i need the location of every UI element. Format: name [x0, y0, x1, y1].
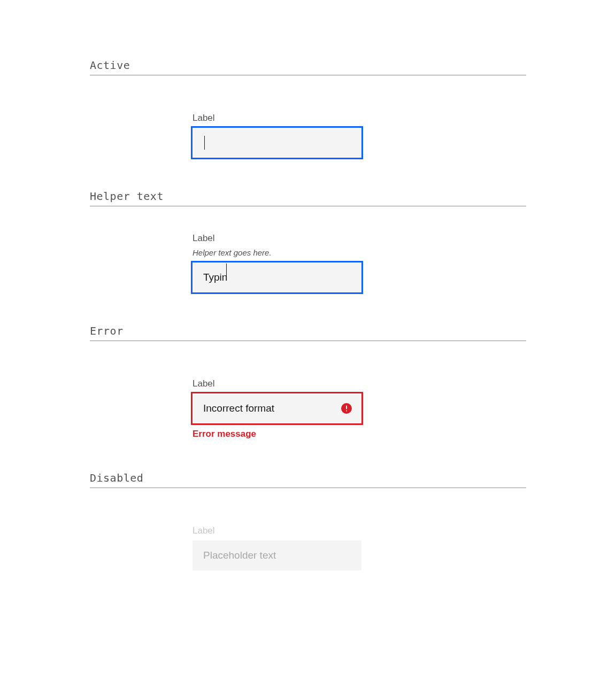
text-input-disabled [192, 540, 361, 570]
text-caret-icon [204, 136, 205, 150]
text-input-error-field[interactable] [192, 393, 361, 423]
text-input-error[interactable] [192, 393, 361, 423]
field-error: Label Error message [192, 378, 361, 439]
text-input-active-field[interactable] [192, 128, 361, 158]
field-disabled: Label [192, 525, 361, 570]
field-helper: Label Helper text goes here. Typin [192, 233, 361, 292]
section-title-error: Error [90, 324, 526, 341]
section-active: Active Label [90, 59, 526, 158]
text-input-helper[interactable]: Typin [192, 262, 361, 292]
section-title-helper: Helper text [90, 190, 526, 206]
field-label: Label [192, 233, 361, 244]
text-input-value: Typin [192, 262, 227, 292]
section-title-disabled: Disabled [90, 471, 526, 488]
section-helper: Helper text Label Helper text goes here.… [90, 190, 526, 292]
section-error: Error Label Error message [90, 324, 526, 439]
field-label: Label [192, 525, 361, 536]
field-error-message: Error message [192, 429, 361, 439]
field-label: Label [192, 113, 361, 123]
field-label: Label [192, 378, 361, 389]
error-filled-icon [341, 403, 352, 414]
text-input-active[interactable] [192, 128, 361, 158]
section-title-active: Active [90, 59, 526, 75]
section-disabled: Disabled Label [90, 471, 526, 570]
svg-rect-1 [346, 406, 347, 409]
text-input-disabled-field [192, 540, 361, 570]
text-caret-icon [226, 264, 227, 277]
svg-rect-2 [346, 411, 347, 412]
field-active: Label [192, 113, 361, 158]
field-helper-text: Helper text goes here. [192, 248, 361, 257]
